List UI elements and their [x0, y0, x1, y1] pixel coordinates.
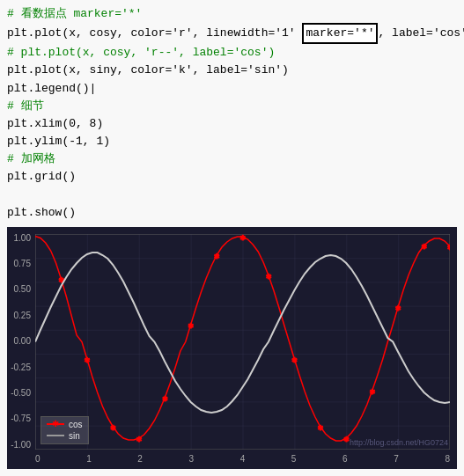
- y-label-0.25: 0.25: [14, 311, 31, 320]
- svg-text:✱: ✱: [291, 355, 297, 365]
- svg-text:✱: ✱: [85, 355, 90, 365]
- x-label-4: 4: [240, 454, 246, 464]
- code-line-5: plt.legend()|: [7, 80, 457, 98]
- comment-9: # 加网格: [7, 150, 55, 168]
- code-line-3: # plt.plot(x, cosy, 'r--', label='cos'): [7, 44, 457, 62]
- legend-cos-label: cos: [69, 420, 83, 429]
- chart-plot-area: ✱ ✱ ✱ ✱ ✱ ✱ ✱ ✱ ✱ ✱ ✱ ✱ ✱ ✱ ✱ ✱ ✱: [35, 234, 450, 450]
- x-label-5: 5: [291, 454, 297, 464]
- comment-1: # 看数据点 marker='*': [7, 5, 142, 23]
- y-label-n0.50: -0.50: [11, 389, 31, 398]
- code-text-2b: , label='cos'): [378, 25, 464, 42]
- code-line-12: plt.show(): [7, 204, 457, 222]
- y-label-0.75: 0.75: [14, 260, 31, 268]
- y-label-1.00: 1.00: [14, 234, 31, 243]
- chart-area: 1.00 0.75 0.50 0.25 0.00 -0.25 -0.50 -0.…: [7, 227, 457, 469]
- x-label-7: 7: [394, 454, 399, 464]
- watermark: http://blog.csdn.net/HG0724: [350, 438, 448, 447]
- svg-text:✱: ✱: [395, 304, 401, 313]
- y-label-0.00: 0.00: [14, 337, 31, 346]
- svg-text:✱: ✱: [239, 234, 245, 243]
- y-label-n0.75: -0.75: [11, 414, 31, 423]
- code-text-12: plt.show(): [7, 204, 76, 222]
- x-label-8: 8: [445, 454, 450, 464]
- legend-sin: sin: [47, 431, 83, 441]
- svg-text:✱: ✱: [162, 394, 167, 404]
- svg-text:✱: ✱: [136, 435, 142, 444]
- code-line-6: # 细节: [7, 98, 457, 115]
- svg-text:✱: ✱: [214, 252, 219, 261]
- y-label-n1.00: -1.00: [11, 441, 31, 450]
- svg-text:✱: ✱: [370, 387, 375, 397]
- legend-cos: ✱ cos: [47, 420, 83, 429]
- code-line-11: [7, 186, 457, 203]
- x-label-3: 3: [189, 454, 195, 464]
- svg-text:✱: ✱: [343, 435, 349, 444]
- code-text-7: plt.xlim(0, 8): [7, 115, 103, 133]
- y-label-0.50: 0.50: [14, 285, 31, 294]
- legend-sin-label: sin: [69, 431, 80, 441]
- svg-text:✱: ✱: [422, 242, 427, 252]
- code-section: # 看数据点 marker='*' plt.plot(x, cosy, colo…: [0, 0, 464, 227]
- x-label-1: 1: [86, 454, 92, 464]
- code-line-10: plt.grid(): [7, 168, 457, 186]
- svg-text:✱: ✱: [266, 272, 271, 282]
- y-axis-labels: 1.00 0.75 0.50 0.25 0.00 -0.25 -0.50 -0.…: [7, 234, 33, 450]
- comment-3: # plt.plot(x, cosy, 'r--', label='cos'): [7, 44, 275, 62]
- comment-6: # 细节: [7, 98, 44, 115]
- code-line-7: plt.xlim(0, 8): [7, 115, 457, 133]
- x-label-6: 6: [342, 454, 348, 464]
- code-text-4: plt.plot(x, siny, color='k', label='sin'…: [7, 62, 289, 79]
- code-text-11: [7, 186, 14, 203]
- code-text-8: plt.ylim(-1, 1): [7, 133, 110, 150]
- svg-text:✱: ✱: [110, 423, 115, 433]
- code-line-2: plt.plot(x, cosy, color='r', linewidth='…: [7, 23, 457, 44]
- code-text-2a: plt.plot(x, cosy, color='r', linewidth='…: [7, 25, 302, 42]
- svg-text:✱: ✱: [447, 243, 450, 253]
- svg-text:✱: ✱: [318, 423, 323, 433]
- code-text-5: plt.legend()|: [7, 80, 96, 98]
- code-text-10: plt.grid(): [7, 168, 76, 186]
- code-highlight-marker: marker='*': [302, 23, 378, 44]
- code-line-8: plt.ylim(-1, 1): [7, 133, 457, 150]
- code-line-4: plt.plot(x, siny, color='k', label='sin'…: [7, 62, 457, 79]
- x-label-0: 0: [35, 454, 41, 464]
- svg-text:✱: ✱: [188, 321, 194, 331]
- x-axis-labels: 0 1 2 3 4 5 6 7 8: [35, 451, 450, 467]
- chart-legend: ✱ cos sin: [41, 416, 89, 444]
- x-label-2: 2: [137, 454, 143, 464]
- code-line-9: # 加网格: [7, 150, 457, 168]
- y-label-n0.25: -0.25: [11, 363, 31, 372]
- code-line-1: # 看数据点 marker='*': [7, 5, 457, 23]
